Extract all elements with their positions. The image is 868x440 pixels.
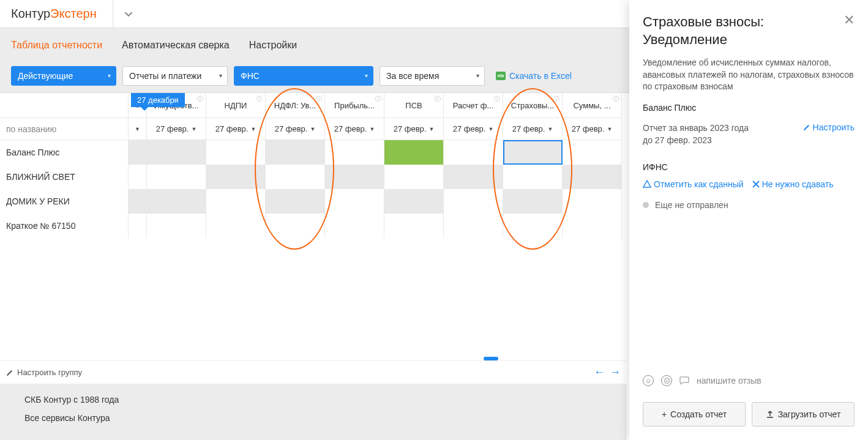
cell[interactable] [266,140,325,165]
chevron-down-icon [124,10,133,18]
cell[interactable] [129,165,147,189]
cell[interactable] [503,165,563,189]
org-row[interactable]: ДОМИК У РЕКИ [0,189,128,214]
configure-group[interactable]: Настроить группу [6,368,82,377]
caret-down-icon: ▼ [488,126,493,132]
page-footer: СКБ Контур с 1988 года Все сервисы Конту… [0,384,627,440]
cell[interactable] [129,140,147,165]
cell[interactable] [503,189,563,214]
product-switcher[interactable] [113,0,133,28]
cell[interactable] [147,189,206,214]
cell[interactable] [325,214,384,238]
filter-status[interactable]: Действующие ▾ [11,66,116,86]
cell[interactable] [147,140,206,165]
col-header[interactable]: НДФЛ: Ув...ⓘ [266,93,325,118]
tab-reporting-table[interactable]: Таблица отчетности [11,40,102,51]
logo[interactable]: Контур Экстерн [11,7,97,21]
date-filter[interactable]: 27 февр.▼ [206,118,266,140]
cell[interactable] [444,140,503,165]
cell[interactable] [266,214,325,238]
cell[interactable] [325,140,384,165]
close-button[interactable]: ✕ [844,13,855,48]
cell[interactable] [325,165,384,189]
date-filter[interactable]: 27 февр.▼ [563,118,622,140]
mark-as-submitted[interactable]: Отметить как сданный [643,179,744,189]
org-row[interactable]: БЛИЖНИЙ СВЕТ [0,165,128,189]
pencil-icon [6,369,13,376]
smile-icon[interactable]: ☺ [643,375,654,386]
tab-settings[interactable]: Настройки [249,40,297,51]
panel-description: Уведомление об исчисленных суммах налого… [629,54,868,99]
info-icon: ⓘ [494,95,500,103]
col-header[interactable]: Страховы...ⓘ [503,93,563,118]
cell[interactable] [444,189,503,214]
next-page[interactable]: → [610,366,621,379]
cell[interactable] [206,214,266,238]
col-header[interactable]: ПСВⓘ [384,93,444,118]
cell[interactable] [384,165,444,189]
caret-down-icon: ▼ [369,126,375,132]
cell[interactable] [563,214,622,238]
org-row[interactable]: Баланс Плюс [0,140,128,165]
upload-icon [766,410,774,419]
cell-selected[interactable] [503,140,563,165]
cell[interactable] [503,214,563,238]
date-filter[interactable]: 27 февр.▼ [503,118,563,140]
create-report-button[interactable]: + Создать отчет [643,402,746,427]
cell[interactable] [206,189,266,214]
date-filter[interactable]: 27 февр.▼ [147,118,206,140]
pencil-icon [803,124,810,131]
col-header[interactable]: НДПИⓘ [206,93,266,118]
cell[interactable] [129,214,147,238]
panel-status: Еще не отправлен [629,194,868,216]
prev-page[interactable]: ← [594,366,605,379]
panel-org: Баланс Плюс [629,99,868,116]
cell[interactable] [563,189,622,214]
cell[interactable] [563,140,622,165]
filter-reports[interactable]: Отчеты и платежи ▾ [122,66,228,86]
org-row[interactable]: Краткое № 67150 [0,214,128,238]
configure-link[interactable]: Настроить [803,122,855,132]
date-filter[interactable]: 27 февр.▼ [325,118,384,140]
sad-icon[interactable]: ☹ [661,375,672,386]
col-header[interactable]: Расчет ф...ⓘ [444,93,503,118]
footer-line-2[interactable]: Все сервисы Контура [24,413,602,423]
download-excel-label: Скачать в Excel [509,71,572,81]
cell[interactable] [129,189,147,214]
cell[interactable] [444,214,503,238]
chevron-down-icon: ▾ [108,72,111,79]
cell[interactable] [206,165,266,189]
info-icon: ⓘ [613,95,619,103]
logo-text-1: Контур [11,7,50,21]
filter-agency[interactable]: ФНС ▾ [234,66,373,86]
col-header[interactable]: Прибыль...ⓘ [325,93,384,118]
cell[interactable] [444,165,503,189]
cell[interactable] [325,189,384,214]
cell[interactable] [384,214,444,238]
caret-down-icon: ▼ [310,126,315,132]
cell[interactable] [147,214,206,238]
cell[interactable] [563,165,622,189]
search-by-name[interactable]: по названию [0,118,128,140]
cell[interactable] [266,189,325,214]
filter-period[interactable]: За все время ▾ [380,66,485,86]
cell[interactable] [147,165,206,189]
filter-status-label: Действующие [18,71,73,81]
date-filter-stub[interactable]: ▼ [129,118,147,140]
date-filter[interactable]: 27 февр.▼ [444,118,503,140]
feedback-label[interactable]: напишите отзыв [697,376,761,386]
no-need-to-submit[interactable]: Не нужно сдавать [752,179,834,189]
cell[interactable] [266,165,325,189]
filter-reports-label: Отчеты и платежи [129,71,201,81]
cell-complete[interactable] [384,140,444,165]
download-excel[interactable]: xls Скачать в Excel [496,71,572,81]
upload-report-button[interactable]: Загрузить отчет [752,402,855,427]
tab-auto-reconcile[interactable]: Автоматическая сверка [122,40,230,51]
date-filter[interactable]: 27 февр.▼ [384,118,444,140]
cell[interactable] [384,189,444,214]
caret-down-icon: ▼ [191,126,196,132]
chevron-down-icon: ▾ [219,72,222,79]
col-header[interactable]: Суммы, ...ⓘ [563,93,622,118]
cell[interactable] [206,140,266,165]
date-filter[interactable]: 27 февр.▼ [266,118,325,140]
